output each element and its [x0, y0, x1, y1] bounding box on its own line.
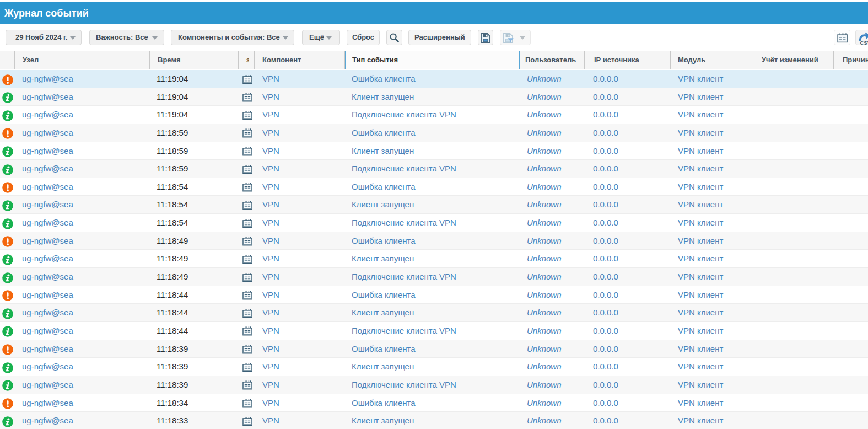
svg-text:CSV: CSV [860, 40, 868, 45]
